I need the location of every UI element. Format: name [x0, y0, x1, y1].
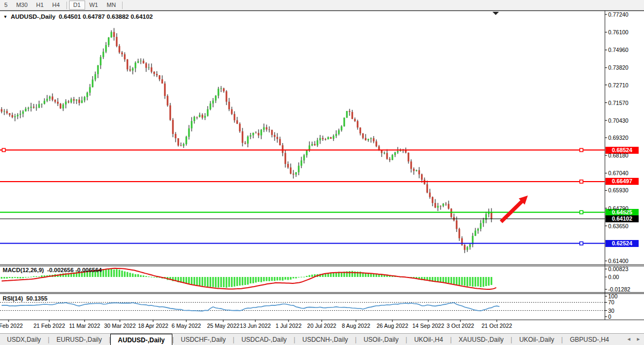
rsi-tick-label: 70: [608, 299, 615, 305]
macd-name: MACD(12,26,9): [3, 267, 44, 273]
rsi-tick-label: 0: [608, 313, 611, 320]
tab-xauusd-daily[interactable]: XAUUSD-,Daily: [452, 334, 511, 345]
price-tick-label: 0.68180: [608, 152, 628, 159]
macd-indicator-label: MACD(12,26,9) -0.002656 -0.006564: [3, 267, 102, 273]
date-tick-label: 8 Aug 2022: [342, 322, 370, 329]
price-tick-label: 0.73820: [608, 64, 628, 71]
tab-audusd-daily[interactable]: AUDUSD-,Daily: [110, 334, 172, 345]
price-tick-label: 0.71570: [608, 100, 628, 106]
tab-scroll-left-icon[interactable]: ◄: [626, 336, 631, 342]
macd-tick-label: 0.00823: [608, 266, 628, 272]
price-tick-label: 0.70430: [608, 117, 628, 124]
tab-usdx-daily[interactable]: USDX,Daily: [0, 334, 48, 345]
date-tick-label: 18 Apr 2022: [138, 322, 169, 329]
hline-price-label: 0.66497: [605, 178, 639, 185]
date-tick-label: 14 Sep 2022: [412, 322, 444, 329]
tab-usdchf-daily[interactable]: USDCHF-,Daily: [174, 334, 233, 345]
date-tick-label: 1 Jul 2022: [276, 322, 301, 329]
rsi-tick-label: 100: [608, 293, 618, 299]
date-tick-label: 2 Feb 2022: [0, 322, 23, 329]
date-tick-label: 21 Oct 2022: [481, 322, 512, 329]
main-chart-area[interactable]: [0, 11, 605, 265]
tab-nav: ◄ ►: [626, 333, 641, 345]
macd-tick-label: -0.01282: [608, 286, 630, 292]
chart-tab-bar: USDX,Daily|EURUSD-,Daily|AUDUSD-,Daily|U…: [0, 333, 644, 345]
rsi-panel[interactable]: [0, 294, 605, 320]
tab-ukoil-h4[interactable]: UKOil-,H4: [407, 334, 450, 345]
price-tick-label: 0.63650: [608, 223, 628, 229]
mt4-window: 5M30H1H4D1W1MN ▼ AUDUSD-,Daily 0.64501 0…: [0, 0, 644, 345]
tab-usdcad-daily[interactable]: USDCAD-,Daily: [234, 334, 294, 345]
tab-scroll-right-icon[interactable]: ►: [636, 336, 641, 342]
rsi-tick-label: 30: [608, 308, 615, 314]
chart-dropdown-icon[interactable]: ▼: [3, 14, 7, 19]
date-tick-label: 25 May 2022: [207, 322, 240, 329]
rsi-value: 50.1355: [26, 295, 48, 302]
macd-values: -0.002656 -0.006564: [47, 267, 102, 273]
date-tick-label: 11 Mar 2022: [69, 322, 100, 329]
price-tick-label: 0.64790: [608, 205, 628, 212]
price-tick-label: 0.61400: [608, 258, 628, 264]
tab-usdcnh-daily[interactable]: USDCNH-,Daily: [296, 334, 355, 345]
date-tick-label: 26 Aug 2022: [377, 322, 408, 329]
chart-region: ▼ AUDUSD-,Daily 0.64501 0.64787 0.63882 …: [0, 0, 644, 333]
current-price-label: 0.64102: [605, 215, 639, 222]
date-tick-label: 3 Oct 2022: [446, 322, 474, 329]
date-tick-label: 21 Feb 2022: [34, 322, 65, 329]
hline-price-label: 0.62524: [605, 240, 639, 247]
tab-ukoil-daily[interactable]: UKOil-,Daily: [512, 334, 561, 345]
tab-usoil-daily[interactable]: USOil-,Daily: [357, 334, 405, 345]
macd-tick-label: 0.00: [608, 274, 619, 280]
price-tick-label: 0.65930: [608, 187, 628, 193]
date-tick-label: 20 Jul 2022: [307, 322, 336, 329]
chart-title: ▼ AUDUSD-,Daily 0.64501 0.64787 0.63882 …: [3, 13, 153, 20]
price-tick-label: 0.72710: [608, 82, 628, 88]
price-tick-label: 0.67040: [608, 170, 628, 176]
date-tick-label: 13 Jun 2022: [240, 322, 271, 329]
price-tick-label: 0.69320: [608, 134, 628, 141]
chart-ohlc-values: 0.64501 0.64787 0.63882 0.64102: [59, 13, 153, 20]
tab-eurusd-daily[interactable]: EURUSD-,Daily: [49, 334, 109, 345]
price-tick-label: 0.77240: [608, 11, 628, 18]
price-tick-label: 0.74960: [608, 47, 628, 53]
chart-symbol-label: AUDUSD-,Daily: [11, 13, 56, 20]
price-tick-label: 0.76100: [608, 29, 628, 35]
rsi-name: RSI(14): [3, 295, 23, 302]
rsi-indicator-label: RSI(14) 50.1355: [3, 295, 48, 302]
date-tick-label: 6 May 2022: [172, 322, 201, 329]
tab-gbpusd-h4[interactable]: GBPUSD-,H4: [563, 334, 616, 345]
date-tick-label: 30 Mar 2022: [104, 322, 136, 329]
